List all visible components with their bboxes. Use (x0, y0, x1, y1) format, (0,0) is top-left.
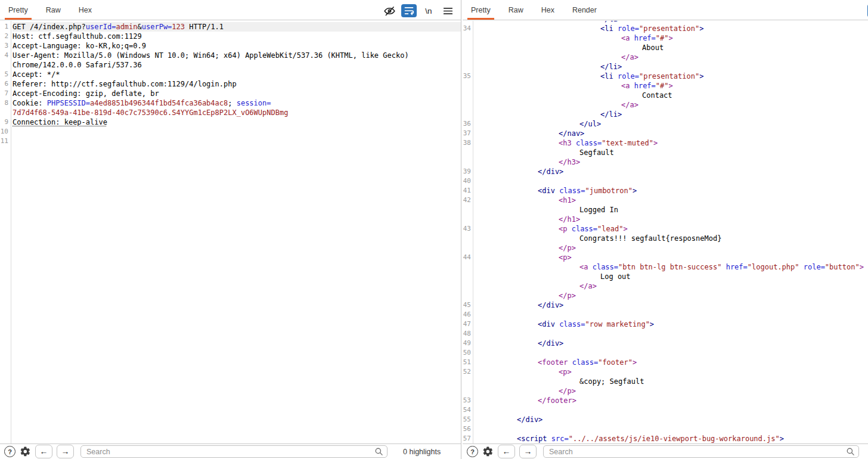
eye-slash-icon[interactable] (382, 4, 396, 17)
code-line: 52<p> (463, 367, 868, 377)
wrap-lines-icon[interactable] (401, 4, 417, 17)
code-text: Accept-Language: ko-KR,ko;q=0.9 (13, 41, 146, 51)
code-text: 7d7d4f68-549a-41be-819d-40c7c75390c6.S4Y… (13, 108, 288, 117)
code-line: 36</ul> (463, 119, 868, 129)
panel-divider[interactable] (461, 0, 461, 459)
code-text: <div class="row marketing"> (475, 320, 654, 329)
code-line: 38<h3 class="text-muted"> (463, 138, 868, 148)
search-field-wrap (543, 445, 859, 458)
code-line: </a> (463, 281, 868, 291)
line-number: 40 (463, 176, 471, 186)
search-icon (846, 447, 855, 456)
code-line: 3Accept-Language: ko-KR,ko;q=0.9 (0, 41, 461, 51)
help-icon[interactable]: ? (4, 446, 16, 457)
tab-hex[interactable]: Hex (538, 0, 558, 20)
code-text: </p> (475, 243, 576, 253)
response-panel: Pretty Raw Hex Render </li>34<li role="p… (463, 0, 868, 459)
highlights-count: 0 highlights (403, 448, 441, 456)
request-editor[interactable]: 1GET /4/index.php?userId=admin&userPw=12… (0, 21, 461, 445)
line-number: 5 (0, 70, 8, 79)
code-line: 57<script src="../../assets/js/ie10-view… (463, 434, 868, 444)
line-number: 55 (463, 415, 471, 424)
code-line: <a class="btn btn-lg btn-success" href="… (463, 262, 868, 272)
tab-raw[interactable]: Raw (505, 0, 527, 20)
code-line: 48 (463, 329, 868, 339)
tab-pretty[interactable]: Pretty (5, 0, 32, 20)
response-tabs: Pretty Raw Hex Render (467, 0, 611, 20)
code-text: </nav> (475, 129, 584, 138)
settings-gear-icon[interactable] (20, 446, 31, 457)
line-number: 54 (463, 405, 471, 415)
search-forward-button[interactable]: → (57, 445, 74, 458)
settings-gear-icon[interactable] (482, 446, 494, 457)
code-line: Logged In (463, 205, 868, 215)
help-icon[interactable]: ? (467, 446, 478, 457)
tab-raw[interactable]: Raw (42, 0, 64, 20)
code-text: About (475, 43, 664, 52)
code-text: Referer: http://ctf.segfaulthub.com:1129… (13, 79, 237, 89)
code-line: 34<li role="presentation"> (463, 24, 868, 33)
code-text: <li role="presentation"> (475, 24, 703, 33)
code-line: 4User-Agent: Mozilla/5.0 (Windows NT 10.… (0, 51, 461, 60)
line-number: 8 (0, 98, 8, 108)
code-line: 56 (463, 424, 868, 434)
line-number: 46 (463, 310, 471, 320)
code-line: <a href="#"> (463, 33, 868, 43)
tab-render[interactable]: Render (569, 0, 600, 20)
code-line: </h1> (463, 215, 868, 224)
code-text: </div> (475, 300, 563, 310)
line-number: 44 (463, 253, 471, 262)
code-line: 11 (0, 137, 461, 146)
code-text: <li role="presentation"> (475, 72, 703, 81)
line-number: 48 (463, 329, 471, 339)
search-input[interactable] (543, 445, 859, 458)
line-number: 51 (463, 358, 471, 367)
code-text: GET /4/index.php?userId=admin&userPw=123… (13, 22, 224, 32)
line-number: 2 (0, 32, 8, 41)
response-editor[interactable]: </li>34<li role="presentation"><a href="… (463, 21, 868, 444)
code-line: 39</div> (463, 167, 868, 176)
newline-icon[interactable]: \n (421, 4, 436, 17)
code-line: 41<div class="jumbotron"> (463, 186, 868, 196)
code-line: 44<p> (463, 253, 868, 262)
menu-icon[interactable] (441, 4, 455, 17)
search-back-button[interactable]: ← (35, 445, 52, 458)
code-text: Log out (475, 272, 631, 281)
code-line: </p> (463, 243, 868, 253)
code-line: 2Host: ctf.segfaulthub.com:1129 (0, 32, 461, 41)
tab-pretty[interactable]: Pretty (467, 0, 494, 20)
code-text: Host: ctf.segfaulthub.com:1129 (13, 32, 142, 41)
code-line: 10 (0, 127, 461, 137)
code-line: 54 (463, 405, 868, 415)
code-line: 7d7d4f68-549a-41be-819d-40c7c75390c6.S4Y… (0, 108, 461, 117)
tab-hex[interactable]: Hex (75, 0, 95, 20)
code-line: 45</div> (463, 300, 868, 310)
search-input[interactable] (80, 445, 388, 458)
code-line: 47<div class="row marketing"> (463, 320, 868, 329)
line-number: 42 (463, 196, 471, 205)
search-forward-button[interactable]: → (519, 445, 537, 458)
search-field-wrap (80, 445, 388, 458)
line-number: 57 (463, 434, 471, 444)
code-text: </a> (475, 52, 638, 62)
code-text: <div class="jumbotron"> (475, 186, 637, 196)
code-line: &copy; Segfault (463, 377, 868, 386)
code-text: </a> (475, 100, 638, 110)
code-text: </p> (475, 386, 576, 396)
code-text: </li> (475, 110, 622, 119)
code-line: </a> (463, 52, 868, 62)
search-back-button[interactable]: ← (498, 445, 515, 458)
code-line: </a> (463, 100, 868, 110)
code-text: User-Agent: Mozilla/5.0 (Windows NT 10.0… (13, 51, 409, 60)
code-text: </footer> (475, 396, 576, 405)
code-line: Log out (463, 272, 868, 281)
code-text: Cookie: PHPSESSID=a4ed8851b496344f1bd54f… (13, 98, 271, 108)
line-number: 56 (463, 424, 471, 434)
code-text: Contact (475, 91, 672, 100)
line-number: 49 (463, 339, 471, 348)
code-text: </div> (475, 339, 563, 348)
request-tabs: Pretty Raw Hex (5, 0, 106, 20)
code-line: <a href="#"> (463, 81, 868, 91)
line-number: 37 (463, 129, 471, 138)
code-text: Accept: */* (13, 70, 60, 79)
